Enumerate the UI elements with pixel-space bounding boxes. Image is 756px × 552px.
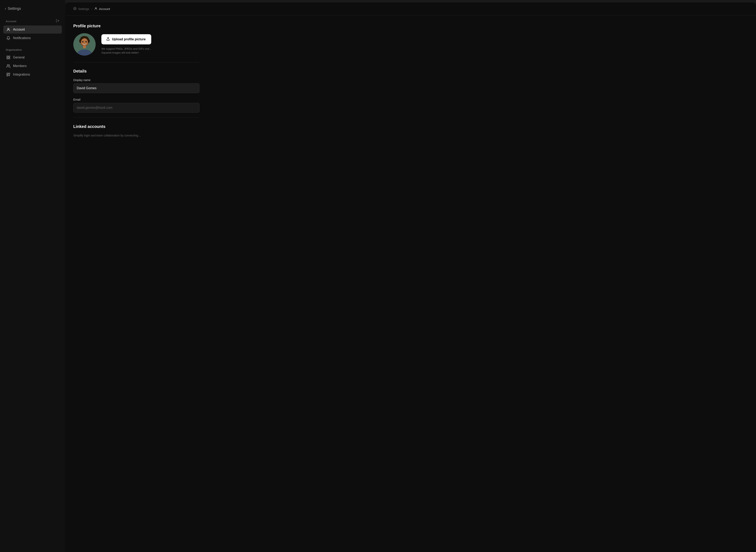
back-button[interactable]: ‹ Settings (3, 6, 62, 12)
back-label: Settings (8, 7, 21, 11)
upload-profile-picture-button[interactable]: Upload profile picture (102, 34, 151, 44)
linked-accounts-title: Linked accounts (73, 124, 199, 129)
integrations-icon (6, 73, 11, 77)
back-chevron-icon: ‹ (5, 7, 6, 11)
settings-gear-icon (73, 7, 76, 11)
svg-rect-5 (9, 58, 10, 59)
svg-point-13 (95, 8, 96, 9)
sidebar-item-general-label: General (13, 55, 25, 59)
bell-icon (6, 36, 11, 40)
main-content: Settings › Account Profile picture (65, 2, 756, 552)
upload-hint-line1: We support PNGs, JPEGs and GIFs und... (102, 47, 151, 51)
profile-picture-title: Profile picture (73, 24, 199, 28)
email-field-group: Email (73, 98, 199, 113)
content-body: Profile picture (65, 15, 208, 145)
account-icon (6, 27, 11, 31)
email-label: Email (73, 98, 199, 101)
svg-rect-2 (7, 56, 8, 57)
section-divider-1 (73, 62, 199, 62)
sidebar-item-integrations[interactable]: Integrations (3, 71, 62, 79)
sidebar: ‹ Settings Account Account (0, 0, 65, 552)
building-icon (6, 55, 11, 59)
svg-point-21 (82, 41, 83, 42)
svg-rect-25 (83, 45, 86, 48)
breadcrumb: Settings › Account (65, 2, 756, 15)
sidebar-item-integrations-label: Integrations (13, 73, 30, 77)
account-section: Account Account (3, 18, 62, 42)
svg-point-22 (85, 41, 87, 42)
sidebar-item-general[interactable]: General (3, 53, 62, 61)
sidebar-item-account[interactable]: Account (3, 25, 62, 34)
avatar (73, 33, 96, 55)
sidebar-item-account-label: Account (13, 28, 25, 31)
breadcrumb-settings-label: Settings (78, 7, 89, 11)
sidebar-item-members[interactable]: Members (3, 62, 62, 70)
organization-section-label: Organization (3, 47, 62, 52)
email-input[interactable] (73, 103, 199, 113)
svg-rect-3 (9, 56, 10, 57)
breadcrumb-settings[interactable]: Settings (73, 7, 89, 11)
sidebar-item-notifications-label: Notifications (13, 36, 31, 40)
upload-hint-line2: Squared images will look better! (102, 51, 151, 55)
profile-picture-row: Upload profile picture We support PNGs, … (73, 33, 199, 55)
sidebar-item-notifications[interactable]: Notifications (3, 34, 62, 42)
breadcrumb-current: Account (94, 7, 110, 11)
breadcrumb-account-label: Account (99, 7, 110, 11)
profile-upload-area: Upload profile picture We support PNGs, … (102, 34, 151, 55)
account-section-label: Account (3, 18, 62, 24)
details-title: Details (73, 69, 199, 74)
svg-rect-9 (7, 75, 8, 76)
svg-rect-7 (7, 73, 8, 75)
svg-point-1 (8, 28, 9, 29)
display-name-input[interactable] (73, 83, 199, 93)
svg-rect-4 (7, 58, 8, 59)
linked-accounts-description: Simplify login and team collaboration by… (73, 134, 199, 137)
display-name-label: Display name (73, 79, 199, 82)
upload-icon (106, 37, 110, 41)
svg-rect-8 (9, 73, 10, 75)
organization-section: Organization General (3, 47, 62, 79)
svg-point-12 (74, 8, 75, 9)
breadcrumb-account-icon (94, 7, 98, 11)
display-name-field-group: Display name (73, 79, 199, 93)
logout-icon[interactable] (56, 19, 59, 23)
upload-hint: We support PNGs, JPEGs and GIFs und... S… (102, 47, 151, 55)
sidebar-item-members-label: Members (13, 64, 27, 68)
svg-point-6 (7, 64, 9, 66)
upload-button-label: Upload profile picture (112, 37, 146, 41)
people-icon (6, 64, 11, 68)
breadcrumb-chevron: › (91, 7, 92, 10)
